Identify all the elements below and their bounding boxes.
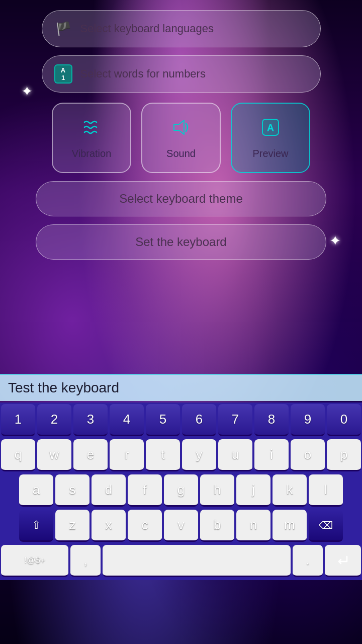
key-z[interactable]: z <box>55 510 89 542</box>
set-keyboard-label: Set the keyboard <box>135 235 226 249</box>
sound-icon <box>170 116 192 143</box>
key-7[interactable]: 7 <box>218 404 252 436</box>
svg-marker-0 <box>174 120 184 134</box>
key-s[interactable]: s <box>55 474 89 507</box>
key-v[interactable]: v <box>164 510 198 542</box>
keyboard-row-bottom: !@$+ , . <box>0 543 362 580</box>
vibration-icon <box>80 116 103 143</box>
key-q[interactable]: q <box>1 439 35 471</box>
key-e[interactable]: e <box>73 439 108 471</box>
test-keyboard-input[interactable] <box>8 380 354 396</box>
select-theme-label: Select keyboard theme <box>119 192 242 205</box>
key-y[interactable]: y <box>182 439 216 471</box>
key-m[interactable]: m <box>273 510 307 542</box>
comma-key[interactable]: , <box>70 545 101 577</box>
keyboard-row-zxcv: ⇧ z x c v b n m ⌫ <box>0 508 362 543</box>
preview-toggle[interactable]: A Preview <box>231 103 310 173</box>
key-n[interactable]: n <box>236 510 270 542</box>
preview-label: Preview <box>252 148 288 159</box>
key-h[interactable]: h <box>200 474 234 507</box>
vibration-label: Vibration <box>72 148 112 159</box>
key-l[interactable]: l <box>309 474 343 507</box>
key-5[interactable]: 5 <box>146 404 180 436</box>
toggle-row: Vibration Sound A Preview <box>52 103 310 173</box>
key-1[interactable]: 1 <box>1 404 35 436</box>
select-theme-button[interactable]: Select keyboard theme <box>36 181 326 216</box>
key-g[interactable]: g <box>164 474 198 507</box>
sparkle-decoration-1: ✦ <box>21 83 33 100</box>
shift-key[interactable]: ⇧ <box>19 510 53 542</box>
key-r[interactable]: r <box>110 439 144 471</box>
keyboard-row-numbers: 1 2 3 4 5 6 7 8 9 0 <box>0 403 362 438</box>
flag-icon: 🏴 <box>54 20 72 38</box>
key-u[interactable]: u <box>218 439 252 471</box>
sparkle-decoration-2: ✦ <box>329 232 341 249</box>
select-words-label: Select words for numbers <box>80 67 206 80</box>
symbols-key[interactable]: !@$+ <box>1 545 68 577</box>
key-k[interactable]: k <box>273 474 307 507</box>
key-9[interactable]: 9 <box>291 404 325 436</box>
sound-label: Sound <box>166 148 196 159</box>
svg-text:A: A <box>267 122 274 133</box>
a1-icon: A1 <box>54 65 72 83</box>
key-d[interactable]: d <box>92 474 126 507</box>
backspace-key[interactable]: ⌫ <box>309 510 343 542</box>
key-f[interactable]: f <box>128 474 162 507</box>
key-3[interactable]: 3 <box>73 404 108 436</box>
key-t[interactable]: t <box>146 439 180 471</box>
period-key[interactable]: . <box>293 545 323 577</box>
set-keyboard-button[interactable]: Set the keyboard <box>36 224 326 260</box>
key-p[interactable]: p <box>327 439 361 471</box>
key-2[interactable]: 2 <box>37 404 71 436</box>
key-c[interactable]: c <box>128 510 162 542</box>
key-a[interactable]: a <box>19 474 53 507</box>
sound-toggle[interactable]: Sound <box>141 103 221 173</box>
preview-icon: A <box>259 116 282 143</box>
key-x[interactable]: x <box>92 510 126 542</box>
select-words-button[interactable]: A1 Select words for numbers <box>42 55 321 93</box>
key-8[interactable]: 8 <box>254 404 289 436</box>
key-4[interactable]: 4 <box>110 404 144 436</box>
select-languages-label: Select keyboard languages <box>80 22 214 35</box>
key-o[interactable]: o <box>291 439 325 471</box>
key-j[interactable]: j <box>236 474 270 507</box>
key-0[interactable]: 0 <box>327 404 361 436</box>
key-b[interactable]: b <box>200 510 234 542</box>
key-6[interactable]: 6 <box>182 404 216 436</box>
keyboard-row-qwerty: q w e r t y u i o p <box>0 438 362 473</box>
test-input-area <box>0 374 362 401</box>
enter-key[interactable] <box>325 545 361 577</box>
keyboard: 1 2 3 4 5 6 7 8 9 0 q w e r t y u i o p … <box>0 403 362 580</box>
key-w[interactable]: w <box>37 439 71 471</box>
space-key[interactable] <box>103 545 291 577</box>
keyboard-row-asdf: a s d f g h j k l <box>0 473 362 508</box>
vibration-toggle[interactable]: Vibration <box>52 103 131 173</box>
select-languages-button[interactable]: 🏴 Select keyboard languages <box>42 10 321 47</box>
key-i[interactable]: i <box>254 439 289 471</box>
